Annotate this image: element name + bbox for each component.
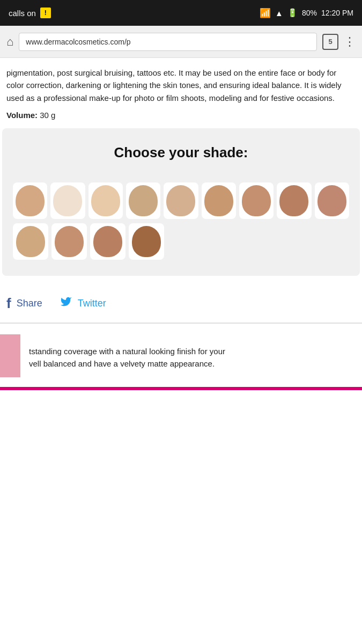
social-share: f Share Twitter bbox=[0, 287, 362, 323]
page-content: pigmentation, post surgical bruising, ta… bbox=[0, 58, 362, 120]
share-label: Share bbox=[17, 298, 42, 309]
shade-item-11[interactable] bbox=[51, 223, 87, 260]
description-text: pigmentation, post surgical bruising, ta… bbox=[6, 67, 352, 104]
volume-text: Volume: 30 g bbox=[6, 111, 352, 120]
signal-icon: ▲ bbox=[275, 9, 283, 18]
shade-item-10[interactable] bbox=[13, 223, 48, 260]
shade-item-8[interactable] bbox=[277, 182, 311, 219]
tab-badge[interactable]: 5 bbox=[322, 34, 338, 50]
battery-icon: 🔋 bbox=[287, 8, 298, 18]
shade-item-4[interactable] bbox=[126, 182, 160, 219]
pink-accent-block bbox=[0, 334, 20, 377]
shade-row-2 bbox=[13, 223, 349, 260]
twitter-label: Twitter bbox=[78, 298, 106, 309]
magenta-bar bbox=[0, 387, 362, 390]
next-section-inner: tstanding coverage with a natural lookin… bbox=[0, 334, 362, 379]
next-text-2: vell balanced and have a velvety matte a… bbox=[29, 357, 225, 370]
shade-item-6[interactable] bbox=[202, 182, 236, 219]
time-display: 12:20 PM bbox=[321, 9, 353, 17]
volume-label: Volume: bbox=[6, 111, 38, 120]
url-field[interactable]: www.dermacolcosmetics.com/p bbox=[19, 33, 317, 51]
next-section-text-block: tstanding coverage with a natural lookin… bbox=[20, 334, 234, 379]
calls-on-text: calls on bbox=[9, 9, 36, 18]
shade-item-7[interactable] bbox=[239, 182, 274, 219]
twitter-share-button[interactable]: Twitter bbox=[60, 296, 106, 311]
twitter-icon bbox=[60, 296, 72, 311]
shade-item-13[interactable] bbox=[129, 223, 164, 260]
shade-item-9[interactable] bbox=[315, 182, 349, 219]
wifi-icon: 📶 bbox=[260, 8, 271, 19]
battery-text: 80% bbox=[302, 9, 317, 17]
next-section: tstanding coverage with a natural lookin… bbox=[0, 323, 362, 391]
shade-item-2[interactable] bbox=[50, 182, 85, 219]
shade-grid bbox=[13, 182, 349, 260]
status-right: 📶 ▲ 🔋 80% 12:20 PM bbox=[260, 8, 353, 19]
status-left: calls on ! bbox=[9, 8, 51, 18]
shade-item-3[interactable] bbox=[88, 182, 123, 219]
home-icon[interactable]: ⌂ bbox=[6, 35, 13, 49]
next-text-1: tstanding coverage with a natural lookin… bbox=[29, 345, 225, 357]
address-bar: ⌂ www.dermacolcosmetics.com/p 5 ⋮ bbox=[0, 26, 362, 58]
shade-item-1[interactable] bbox=[13, 182, 47, 219]
menu-dots[interactable]: ⋮ bbox=[344, 35, 356, 49]
shade-title: Choose your shade: bbox=[13, 144, 349, 161]
facebook-share-button[interactable]: f Share bbox=[6, 295, 42, 312]
shade-selector: Choose your shade: bbox=[2, 128, 360, 276]
status-bar: calls on ! 📶 ▲ 🔋 80% 12:20 PM bbox=[0, 0, 362, 26]
shade-item-12[interactable] bbox=[90, 223, 125, 260]
facebook-icon: f bbox=[6, 295, 11, 312]
volume-value: 30 g bbox=[40, 111, 55, 120]
shade-item-5[interactable] bbox=[164, 182, 198, 219]
warning-icon: ! bbox=[40, 8, 51, 18]
shade-row-1 bbox=[13, 182, 349, 219]
